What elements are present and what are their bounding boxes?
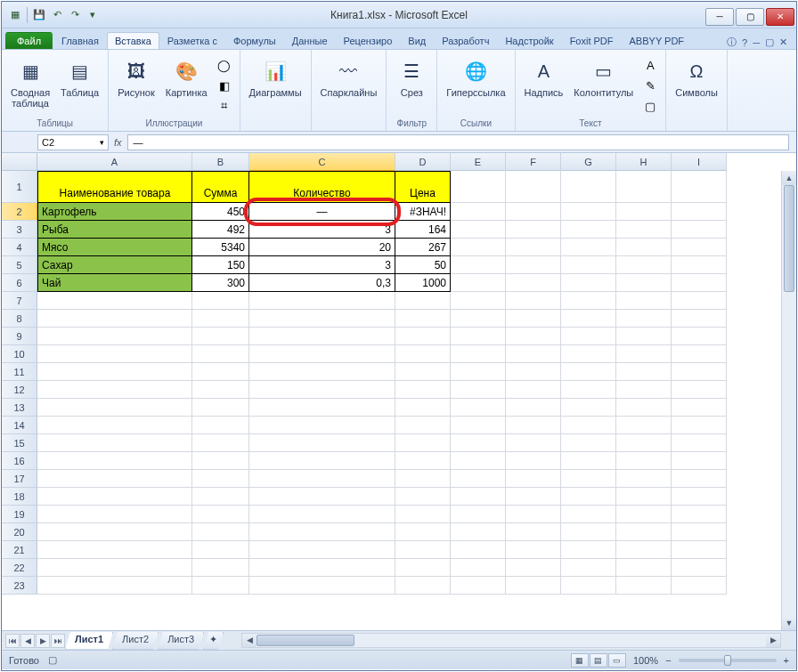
horizontal-scrollbar[interactable]: ◀ ▶ [241,633,781,648]
cell-F17[interactable] [506,470,561,488]
doc-min-icon[interactable]: ─ [753,37,760,48]
cell-C1[interactable]: Количество [249,171,395,203]
row-header[interactable]: 19 [2,506,37,523]
cell-F23[interactable] [506,577,561,595]
ribbon-tab[interactable]: Формулы [225,32,284,49]
ribbon-tab[interactable]: Foxit PDF [562,32,622,49]
cell-E11[interactable] [451,363,506,381]
object-icon[interactable]: ▢ [640,96,660,116]
pivot-table-button[interactable]: ▦Сводная таблица [7,55,53,110]
cell-I2[interactable] [672,203,727,221]
slicer-button[interactable]: ☰Срез [392,55,431,100]
cell-G14[interactable] [561,417,616,434]
row-header[interactable]: 21 [2,541,37,559]
cell-G6[interactable] [561,274,616,292]
cell-C13[interactable] [249,399,395,417]
cell-F18[interactable] [506,488,561,506]
cell-F10[interactable] [506,345,561,363]
cell-C18[interactable] [249,488,395,506]
cell-C8[interactable] [249,310,395,328]
cell-E3[interactable] [451,221,506,239]
cell-G18[interactable] [561,488,616,506]
row-header[interactable]: 7 [2,292,37,310]
shapes-icon[interactable]: ◯ [215,55,234,75]
scroll-left-arrow[interactable]: ◀ [242,634,256,647]
textbox-button[interactable]: AНадпись [521,55,567,100]
cell-G7[interactable] [561,292,616,310]
cell-A4[interactable]: Мясо [37,239,192,256]
doc-restore-icon[interactable]: ▢ [765,36,774,48]
cell-D1[interactable]: Цена [395,171,451,203]
cell-H23[interactable] [616,577,672,595]
cell-B10[interactable] [192,345,249,363]
cell-F16[interactable] [506,452,561,470]
cell-I5[interactable] [672,256,727,274]
cell-F9[interactable] [506,328,561,345]
sheet-tab-active[interactable]: Лист1 [65,632,113,650]
cell-C21[interactable] [249,541,395,559]
row-header[interactable]: 13 [2,399,37,417]
ribbon-minimize-icon[interactable]: ⓘ [727,36,737,49]
cell-B7[interactable] [192,292,249,310]
cell-I11[interactable] [672,363,727,381]
cell-G9[interactable] [561,328,616,345]
cell-I21[interactable] [672,541,727,559]
row-header[interactable]: 2 [2,203,37,221]
macro-record-icon[interactable]: ▢ [48,654,57,666]
cell-C2[interactable]: — [249,203,395,221]
cell-H10[interactable] [616,345,672,363]
cell-D5[interactable]: 50 [395,256,451,274]
cell-G22[interactable] [561,559,616,577]
cell-E21[interactable] [451,541,506,559]
cell-D3[interactable]: 164 [395,221,451,239]
cell-E15[interactable] [451,434,506,452]
cell-B21[interactable] [192,541,249,559]
clipart-button[interactable]: 🎨Картинка [162,55,211,100]
tab-nav-next[interactable]: ▶ [36,634,50,648]
ribbon-tab[interactable]: ABBYY PDF [622,32,693,49]
cell-D2[interactable]: #ЗНАЧ! [395,203,451,221]
cell-I3[interactable] [672,221,727,239]
cell-H9[interactable] [616,328,672,345]
cell-H4[interactable] [616,239,672,256]
sheet-tab[interactable]: Лист3 [158,632,204,650]
cell-A1[interactable]: Наименование товара [37,171,192,203]
cell-D4[interactable]: 267 [395,239,451,256]
column-header[interactable]: E [451,153,506,171]
cell-F20[interactable] [506,523,561,541]
cell-H15[interactable] [616,434,672,452]
cell-D16[interactable] [395,452,451,470]
cell-C12[interactable] [249,381,395,399]
ribbon-tab[interactable]: Главная [53,32,107,49]
column-header[interactable]: B [192,153,249,171]
cell-H20[interactable] [616,523,672,541]
cell-B23[interactable] [192,577,249,595]
cell-D11[interactable] [395,363,451,381]
row-header[interactable]: 16 [2,452,37,470]
row-header[interactable]: 1 [2,171,37,203]
cell-G10[interactable] [561,345,616,363]
maximize-button[interactable]: ▢ [736,8,764,26]
cell-D8[interactable] [395,310,451,328]
save-icon[interactable]: 💾 [31,7,47,23]
cell-I9[interactable] [672,328,727,345]
zoom-slider-thumb[interactable] [724,655,731,666]
smartart-icon[interactable]: ◧ [215,76,234,95]
cell-D22[interactable] [395,559,451,577]
cell-D6[interactable]: 1000 [395,274,451,292]
cell-C19[interactable] [249,506,395,523]
scroll-right-arrow[interactable]: ▶ [766,634,780,647]
cell-I4[interactable] [672,239,727,256]
cell-G5[interactable] [561,256,616,274]
column-header[interactable]: F [506,153,561,171]
cell-F6[interactable] [506,274,561,292]
cell-H6[interactable] [616,274,672,292]
cell-G12[interactable] [561,381,616,399]
cell-I7[interactable] [672,292,727,310]
cell-E20[interactable] [451,523,506,541]
cell-F2[interactable] [506,203,561,221]
cell-D21[interactable] [395,541,451,559]
cell-F7[interactable] [506,292,561,310]
cell-F1[interactable] [506,171,561,203]
cell-H22[interactable] [616,559,672,577]
